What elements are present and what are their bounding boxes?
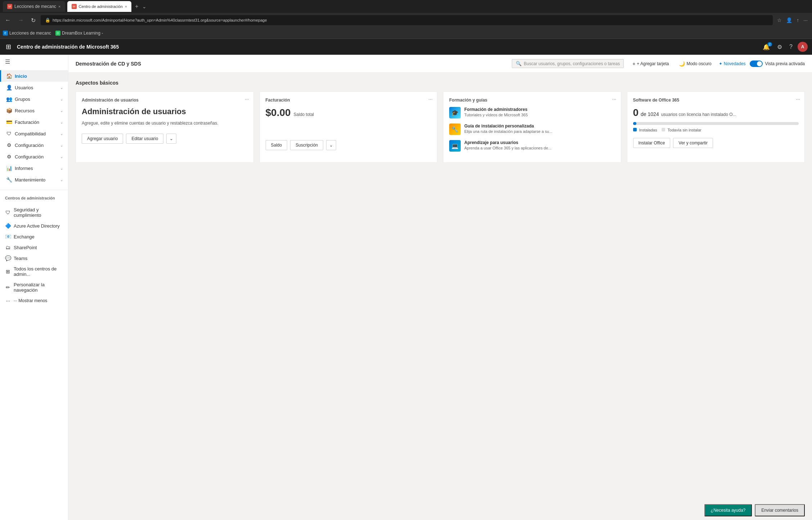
favorites-button[interactable]: ☆ [776, 16, 783, 24]
sidebar-label-configuracion2: Configuración [15, 154, 57, 160]
add-user-button[interactable]: Agregar usuario [82, 134, 123, 144]
section-title: Aspectos básicos [76, 80, 805, 86]
toggle-switch-button[interactable] [750, 60, 763, 67]
billing-card-title: Facturación [266, 98, 432, 103]
user-admin-more-button[interactable]: ··· [245, 96, 249, 102]
sidebar-label-exchange: Exchange [14, 234, 35, 239]
back-button[interactable]: ← [3, 15, 13, 25]
sidebar-label-informes: Informes [15, 166, 57, 171]
sidebar-item-facturacion[interactable]: 💳 Facturación ⌄ [0, 116, 68, 128]
configuracion2-chevron: ⌄ [60, 155, 63, 159]
sharepoint-icon: 🗂 [5, 245, 11, 250]
bookmark-icon-2: D [55, 31, 60, 36]
legend-pending-label: Todavía sin instalar [668, 128, 702, 132]
tab-list-button[interactable]: ⌄ [142, 4, 146, 9]
legend-installed: Instaladas [633, 128, 657, 132]
bookmark-label-1: Lecciones de mecanc [9, 31, 51, 36]
sidebar-item-personalizar[interactable]: ✏ Personalizar la navegación [0, 279, 68, 295]
usuarios-icon: 👤 [6, 85, 12, 90]
bottom-bar: ¿Necesita ayuda? Enviar comentarios [697, 501, 812, 520]
billing-more-button[interactable]: ··· [428, 96, 433, 102]
search-placeholder: Buscar usuarios, grupos, configuraciones… [524, 61, 620, 66]
browser-tab-active[interactable]: M Centro de administración × [67, 1, 132, 12]
training-admin-icon: 🎓 [449, 107, 461, 118]
training-learn-desc: Aprenda a usar Office 365 y las aplicaci… [464, 146, 615, 150]
tab-close-2[interactable]: × [125, 4, 127, 9]
sidebar-item-informes[interactable]: 📊 Informes ⌄ [0, 162, 68, 174]
sidebar-item-recursos[interactable]: 📦 Recursos ⌄ [0, 105, 68, 116]
preview-toggle[interactable]: Vista previa activada [750, 60, 805, 67]
grupos-chevron: ⌄ [60, 97, 63, 101]
training-admin-desc: Tutoriales y vídeos de Microsoft 365 [464, 113, 615, 117]
sidebar-item-grupos[interactable]: 👥 Grupos ⌄ [0, 93, 68, 105]
training-item-learn[interactable]: 💻 Aprendizaje para usuarios Aprenda a us… [449, 140, 615, 152]
notification-button[interactable]: 🔔 2 [761, 42, 772, 52]
legend-pending-dot [662, 128, 665, 131]
bookmark-2[interactable]: D DreamBox Learning - [55, 31, 103, 36]
office-progress-fill [633, 122, 636, 125]
help-button[interactable]: ¿Necesita ayuda? [704, 504, 752, 516]
sidebar-item-azure[interactable]: 🔷 Azure Active Directory [0, 220, 68, 231]
browser-navigation: ← → ↻ 🔒 ☆ 👤 ↑ ··· [0, 13, 812, 27]
help-button[interactable]: ? [787, 42, 795, 51]
notification-badge: 2 [767, 42, 772, 46]
billing-chevron-button[interactable]: ⌄ [326, 140, 336, 150]
settings-button[interactable]: ⚙ [775, 42, 784, 52]
install-office-button[interactable]: Instalar Office [633, 138, 671, 148]
profile-button[interactable]: 👤 [785, 16, 794, 24]
tab-close-1[interactable]: × [58, 4, 60, 9]
sidebar-item-usuarios[interactable]: 👤 Usuarios ⌄ [0, 82, 68, 93]
sidebar-item-all-centers[interactable]: ⊞ Todos los centros de admin... [0, 264, 68, 279]
dots-icon: ··· [5, 298, 11, 304]
user-admin-heading: Administración de usuarios [82, 107, 248, 116]
sidebar-item-configuracion2[interactable]: ⚙ Configuración ⌄ [0, 151, 68, 162]
add-card-button[interactable]: + + Agregar tarjeta [630, 59, 672, 68]
sidebar-item-mantenimiento[interactable]: 🔧 Mantenimiento ⌄ [0, 174, 68, 185]
bookmark-1[interactable]: E Lecciones de mecanc [3, 31, 51, 36]
address-input[interactable] [53, 18, 768, 22]
waffle-menu-button[interactable]: ⊞ [4, 41, 13, 52]
novedades-button[interactable]: ✦ Novedades [719, 61, 746, 66]
billing-amount-row: $0.00 Saldo total [266, 107, 432, 118]
user-admin-chevron-button[interactable]: ⌄ [166, 134, 176, 144]
show-less-button[interactable]: ··· ··· Mostrar menos [0, 295, 68, 306]
forward-button[interactable]: → [16, 15, 26, 25]
more-button[interactable]: ··· [802, 16, 809, 24]
sidebar-item-teams[interactable]: 💬 Teams [0, 253, 68, 264]
sidebar-nav-section: 🏠 Inicio 👤 Usuarios ⌄ 👥 Grupos ⌄ 📦 Recur… [0, 69, 68, 187]
sidebar-toggle-button[interactable]: ☰ [0, 55, 68, 69]
user-admin-card-title: Administración de usuarios [82, 98, 248, 103]
browser-tab-inactive[interactable]: M Lecciones de mecanc × [3, 1, 65, 12]
balance-button[interactable]: Saldo [266, 140, 288, 150]
compatibilidad-chevron: ⌄ [60, 132, 63, 136]
tab-favicon-2: M [72, 4, 77, 9]
training-more-button[interactable]: ··· [612, 96, 617, 102]
dark-mode-button[interactable]: 🌙 Modo oscuro [676, 59, 714, 68]
sidebar-item-sharepoint[interactable]: 🗂 SharePoint [0, 242, 68, 253]
sidebar-item-inicio[interactable]: 🏠 Inicio [0, 70, 68, 82]
sidebar-item-exchange[interactable]: 📧 Exchange [0, 231, 68, 242]
new-tab-button[interactable]: + [134, 3, 140, 10]
sidebar-label-facturacion: Facturación [15, 120, 57, 125]
personalizar-icon: ✏ [5, 284, 11, 290]
subscription-button[interactable]: Suscripción [290, 140, 323, 150]
user-avatar[interactable]: A [798, 42, 808, 52]
sidebar: ☰ 🏠 Inicio 👤 Usuarios ⌄ 👥 Grupos ⌄ � [0, 55, 68, 520]
share-button[interactable]: ↑ [795, 16, 800, 24]
search-bar[interactable]: 🔍 Buscar usuarios, grupos, configuracion… [512, 59, 624, 68]
inicio-icon: 🏠 [6, 73, 12, 79]
view-share-button[interactable]: Ver y compartir [673, 138, 713, 148]
sidebar-item-seguridad[interactable]: 🛡 Seguridad y cumplimiento [0, 205, 68, 220]
training-item-admin[interactable]: 🎓 Formación de administradores Tutoriale… [449, 107, 615, 118]
refresh-button[interactable]: ↻ [29, 15, 38, 25]
sidebar-label-configuracion1: Configuración [15, 143, 57, 148]
feedback-button[interactable]: Enviar comentarios [755, 504, 805, 516]
edit-user-button[interactable]: Editar usuario [126, 134, 163, 144]
sidebar-item-configuracion1[interactable]: ⚙ Configuración ⌄ [0, 139, 68, 151]
training-item-guide[interactable]: 🔧 Guía de instalación personalizada Elij… [449, 124, 615, 135]
legend-pending: Todavía sin instalar [662, 128, 702, 132]
office365-more-button[interactable]: ··· [796, 96, 800, 102]
sidebar-item-compatibilidad[interactable]: 🛡 Compatibilidad ⌄ [0, 128, 68, 139]
address-bar[interactable]: 🔒 [41, 15, 773, 25]
office-count-row: 0 de 1024 usuarios con licencia han inst… [633, 107, 799, 118]
